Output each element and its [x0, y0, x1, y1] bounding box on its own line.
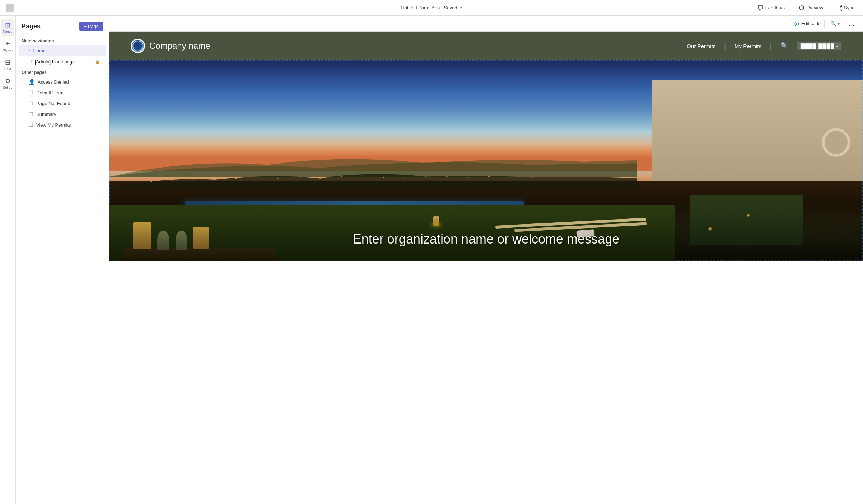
sync-icon	[836, 5, 842, 11]
site-nav: Our Permits | My Permits | 🔍 ████ ████ ▾	[687, 42, 841, 50]
main-layout: ⊞ Pages ✦ Styling ⊟ Data ⚙ Set up ··· Pa…	[0, 16, 863, 504]
website-preview: Company name Our Permits | My Permits | …	[109, 32, 863, 504]
svg-point-8	[299, 177, 300, 178]
svg-point-16	[467, 177, 468, 178]
city-skyline	[109, 165, 637, 189]
svg-point-9	[319, 178, 321, 179]
svg-point-15	[446, 176, 448, 177]
top-bar-center: Untitled Portal App - Saved ▾	[401, 5, 462, 10]
sidebar: Pages + Page Main navigation ⌂ Home ··· …	[16, 16, 109, 504]
user-page-icon: 👤	[29, 79, 35, 85]
app-icon	[6, 4, 14, 12]
svg-point-18	[510, 177, 511, 178]
svg-point-11	[361, 176, 363, 177]
nav-item-default-permit[interactable]: ☐ Default Permit	[19, 88, 106, 98]
svg-point-1	[150, 181, 152, 182]
site-hero: Enter organization name or welcome messa…	[109, 60, 863, 261]
nav-divider-2: |	[770, 42, 772, 50]
preview-button[interactable]: Preview	[796, 4, 826, 12]
feedback-button[interactable]: Feedback	[755, 4, 789, 12]
svg-point-3	[193, 179, 194, 180]
svg-point-4	[214, 179, 215, 180]
user-name-placeholder: ████ ████	[801, 43, 835, 49]
zoom-chevron: ▾	[838, 21, 840, 26]
vscode-icon: ⟨/⟩	[794, 21, 799, 27]
pages-icon: ⊞	[5, 21, 10, 29]
expand-button[interactable]: ⛶	[846, 19, 857, 28]
edit-code-button[interactable]: ⟨/⟩ Edit code	[790, 19, 825, 28]
title-chevron[interactable]: ▾	[460, 6, 462, 10]
svg-point-14	[425, 177, 426, 178]
nav-item-access-denied[interactable]: 👤 Access Denied	[19, 77, 106, 87]
hero-welcome-message: Enter organization name or welcome messa…	[131, 232, 841, 247]
company-name: Company name	[149, 41, 210, 51]
page-doc-icon-2: ☐	[29, 100, 33, 106]
page-doc-icon-3: ☐	[29, 111, 33, 117]
sidebar-item-data[interactable]: ⊟ Data	[1, 56, 14, 73]
search-icon[interactable]: 🔍	[780, 42, 788, 50]
add-page-button[interactable]: + Page	[79, 22, 103, 31]
nav-item-home[interactable]: ⌂ Home ···	[19, 45, 106, 56]
content-toolbar: ⟨/⟩ Edit code 🔍 ▾ ⛶	[109, 16, 863, 32]
user-menu[interactable]: ████ ████ ▾	[797, 42, 841, 50]
nav-link-our-permits[interactable]: Our Permits	[687, 43, 715, 49]
zoom-icon: 🔍	[830, 21, 836, 26]
data-icon: ⊟	[5, 58, 10, 66]
user-chevron: ▾	[836, 44, 838, 48]
preview-icon	[799, 5, 804, 11]
svg-point-7	[277, 178, 279, 179]
svg-point-13	[404, 178, 405, 179]
more-options-button[interactable]: ···	[3, 489, 13, 501]
top-bar-left	[6, 4, 14, 12]
svg-point-10	[341, 176, 342, 177]
main-nav-section-title: Main navigation	[16, 36, 109, 45]
svg-point-17	[488, 176, 490, 178]
nav-link-my-permits[interactable]: My Permits	[734, 43, 761, 49]
building-window	[822, 128, 850, 157]
sidebar-item-styling[interactable]: ✦ Styling	[1, 37, 14, 55]
preview-area[interactable]: Company name Our Permits | My Permits | …	[109, 32, 863, 504]
site-logo	[131, 39, 145, 53]
top-bar-right: Feedback Preview Sync	[755, 4, 857, 12]
setup-icon: ⚙	[5, 77, 11, 85]
ground-light-2	[746, 213, 750, 217]
app-title: Untitled Portal App - Saved	[401, 5, 457, 10]
hero-text-overlay: Enter organization name or welcome messa…	[109, 217, 863, 261]
sidebar-item-pages[interactable]: ⊞ Pages	[1, 19, 14, 36]
page-doc-icon-1: ☐	[29, 90, 33, 95]
svg-point-12	[383, 177, 384, 178]
lock-icon: 🔒	[95, 59, 100, 64]
feedback-icon	[757, 5, 763, 11]
svg-point-5	[235, 178, 237, 179]
page-icon: ☐	[27, 59, 32, 65]
sidebar-item-setup[interactable]: ⚙ Set up	[1, 75, 14, 92]
nav-item-view-my-permits[interactable]: ☐ View My Permits	[19, 120, 106, 130]
nav-divider: |	[724, 42, 726, 50]
svg-point-2	[172, 180, 173, 181]
icon-bar: ⊞ Pages ✦ Styling ⊟ Data ⚙ Set up ···	[0, 16, 16, 504]
sync-button[interactable]: Sync	[833, 4, 857, 12]
nav-item-page-not-found[interactable]: ☐ Page Not Found	[19, 98, 106, 108]
svg-point-6	[256, 178, 257, 178]
content-area: ⟨/⟩ Edit code 🔍 ▾ ⛶ Company name Our	[109, 16, 863, 504]
styling-icon: ✦	[5, 40, 10, 48]
site-header: Company name Our Permits | My Permits | …	[109, 32, 863, 60]
zoom-control[interactable]: 🔍 ▾	[827, 19, 843, 28]
sidebar-header: Pages + Page	[16, 16, 109, 36]
site-logo-area: Company name	[131, 39, 210, 53]
nav-item-summary[interactable]: ☐ Summary	[19, 109, 106, 119]
home-icon: ⌂	[27, 48, 30, 53]
top-bar: Untitled Portal App - Saved ▾ Feedback P…	[0, 0, 863, 16]
page-doc-icon-4: ☐	[29, 122, 33, 128]
other-pages-section-title: Other pages	[16, 67, 109, 76]
sidebar-title: Pages	[22, 23, 41, 30]
nav-item-admin-homepage[interactable]: ☐ [Admin] Homepage 🔒	[19, 57, 106, 67]
